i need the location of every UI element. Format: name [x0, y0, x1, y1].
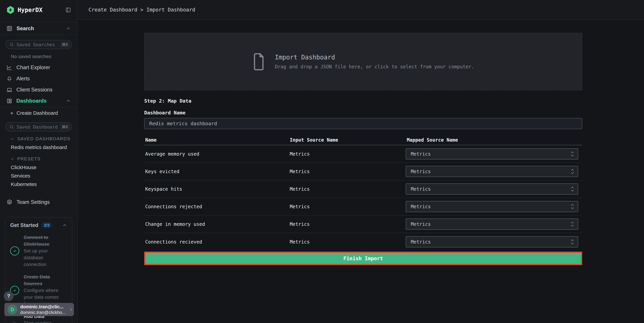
gear-icon	[6, 199, 12, 205]
laptop-icon	[6, 87, 12, 93]
table-row: Connections recieved Metrics Metrics	[144, 233, 582, 251]
saved-searches-input[interactable]: Saved Searches ⌘K	[6, 40, 72, 49]
mapped-source-value: Metrics	[411, 221, 431, 227]
user-menu[interactable]: D dominic.tran@clic... dominic.tran@clic…	[4, 303, 74, 316]
chevron-up-icon	[66, 98, 71, 103]
chart-icon	[6, 65, 12, 70]
saved-dashboard-item[interactable]: Redis metrics dashboard	[0, 143, 77, 152]
help-button[interactable]: ?	[4, 291, 14, 301]
mapped-source-select[interactable]: Metrics	[406, 148, 578, 159]
row-input-source-cell: Metrics	[289, 169, 406, 174]
magnifier-icon	[9, 124, 14, 129]
get-started-header[interactable]: Get Started 2/3	[10, 222, 67, 228]
table-body: Average memory used Metrics Metrics Keys…	[144, 145, 582, 251]
create-dashboard-button[interactable]: + Create Dashboard	[0, 107, 77, 119]
user-name: dominic.tran@clic...	[20, 304, 66, 310]
shortcut-badge: ⌘K	[60, 41, 70, 48]
column-header-input-source: Input Source Name	[289, 137, 406, 143]
step-label: Step 2: Map Data	[144, 98, 582, 104]
dashboard-name-input[interactable]	[144, 118, 582, 129]
row-name-cell: Connections rejected	[144, 204, 289, 209]
collapse-sidebar-icon[interactable]	[65, 7, 71, 13]
table-row: Keyspace hits Metrics Metrics	[144, 180, 582, 198]
dashboard-icon	[6, 98, 12, 104]
sidebar-item-search[interactable]: Search	[0, 22, 77, 35]
saved-dashboards-list: Redis metrics dashboard	[0, 143, 77, 152]
saved-dashboards-input[interactable]: Saved Dashboards ⌘K	[6, 122, 72, 131]
preset-item[interactable]: Services	[0, 172, 77, 180]
get-started-item-title: Create Data Sources	[24, 274, 66, 287]
hyperdx-logo-icon	[6, 5, 15, 14]
row-input-source-cell: Metrics	[289, 239, 406, 245]
select-updown-icon	[570, 239, 574, 245]
json-dropzone[interactable]: Import Dashboard Drag and drop a JSON fi…	[144, 33, 582, 90]
app-title: HyperDX	[18, 6, 42, 13]
row-name-cell: Change in memory used	[144, 221, 289, 227]
select-updown-icon	[570, 221, 574, 228]
user-email: dominic.tran@clickho...	[20, 310, 66, 315]
logo-row: HyperDX	[0, 0, 77, 20]
row-name-cell: Keys evicted	[144, 169, 289, 174]
get-started-item-desc: Set up your database connection	[24, 248, 66, 268]
get-started-item-desc: Start sending logs, metrics, or traces	[24, 320, 57, 323]
dashboard-name-label: Dashboard Name	[144, 110, 582, 116]
row-input-source-cell: Metrics	[289, 204, 406, 209]
row-name-cell: Connections recieved	[144, 239, 289, 245]
get-started-title: Get Started	[10, 222, 38, 228]
chevron-up-icon	[66, 26, 71, 31]
topbar: Create Dashboard > Import Dashboard	[78, 0, 644, 20]
presets-header[interactable]: PRESETS	[10, 156, 77, 161]
step-number-badge: 3	[10, 322, 19, 323]
saved-searches-placeholder: Saved Searches	[16, 42, 55, 47]
mapped-source-select[interactable]: Metrics	[406, 201, 578, 212]
avatar: D	[8, 305, 17, 315]
file-icon	[252, 52, 266, 71]
preset-item[interactable]: ClickHouse	[0, 163, 77, 172]
mapped-source-select[interactable]: Metrics	[406, 183, 578, 195]
sidebar: HyperDX Search Saved Searches ⌘K No save…	[0, 0, 78, 323]
nav-label: Chart Explorer	[16, 64, 50, 70]
mapped-source-value: Metrics	[411, 204, 431, 209]
mapped-source-value: Metrics	[411, 239, 431, 245]
sidebar-item-dashboards[interactable]: Dashboards	[0, 95, 77, 106]
mapped-source-select[interactable]: Metrics	[406, 166, 578, 177]
sidebar-item-chart-explorer[interactable]: Chart Explorer	[0, 62, 77, 73]
select-updown-icon	[570, 203, 574, 210]
table-row: Average memory used Metrics Metrics	[144, 145, 582, 163]
dropzone-subtitle: Drag and drop a JSON file here, or click…	[275, 64, 474, 69]
mapped-source-value: Metrics	[411, 169, 431, 174]
nav-label: Alerts	[16, 76, 30, 82]
search-section-icon	[6, 25, 12, 31]
team-settings-label: Team Settings	[16, 199, 50, 205]
create-dashboard-label: Create Dashboard	[16, 110, 58, 116]
chevron-down-icon	[10, 137, 14, 141]
mapped-source-value: Metrics	[411, 151, 431, 157]
mapped-source-select[interactable]: Metrics	[406, 236, 578, 247]
sidebar-item-alerts[interactable]: Alerts	[0, 73, 77, 84]
column-header-name: Name	[144, 137, 289, 143]
saved-dashboards-header[interactable]: SAVED DASHBOARDS	[10, 136, 77, 141]
chevron-right-icon	[69, 307, 74, 312]
mapped-source-select[interactable]: Metrics	[406, 219, 578, 230]
select-updown-icon	[570, 186, 574, 192]
table-row: Connections rejected Metrics Metrics	[144, 198, 582, 216]
get-started-item-connect[interactable]: Connect to ClickHouse Set up your databa…	[10, 234, 67, 268]
check-circle-icon	[10, 246, 19, 256]
row-input-source-cell: Metrics	[289, 186, 406, 192]
shortcut-badge: ⌘K	[60, 124, 70, 130]
sidebar-item-client-sessions[interactable]: Client Sessions	[0, 84, 77, 95]
nav-label: Dashboards	[16, 98, 46, 104]
finish-import-button[interactable]: Finish Import	[144, 252, 582, 265]
search-section-label: Search	[16, 25, 34, 31]
preset-item[interactable]: Kubernetes	[0, 180, 77, 189]
chevron-up-icon	[62, 223, 67, 228]
bell-icon	[6, 76, 12, 82]
presets-list: ClickHouseServicesKubernetes	[0, 163, 77, 189]
get-started-item-sources[interactable]: Create Data Sources Configure where your…	[10, 274, 67, 307]
sidebar-item-team-settings[interactable]: Team Settings	[0, 197, 77, 208]
row-name-cell: Keyspace hits	[144, 186, 289, 192]
row-name-cell: Average memory used	[144, 151, 289, 157]
nav-label: Client Sessions	[16, 87, 52, 93]
row-input-source-cell: Metrics	[289, 151, 406, 157]
select-updown-icon	[570, 151, 574, 157]
